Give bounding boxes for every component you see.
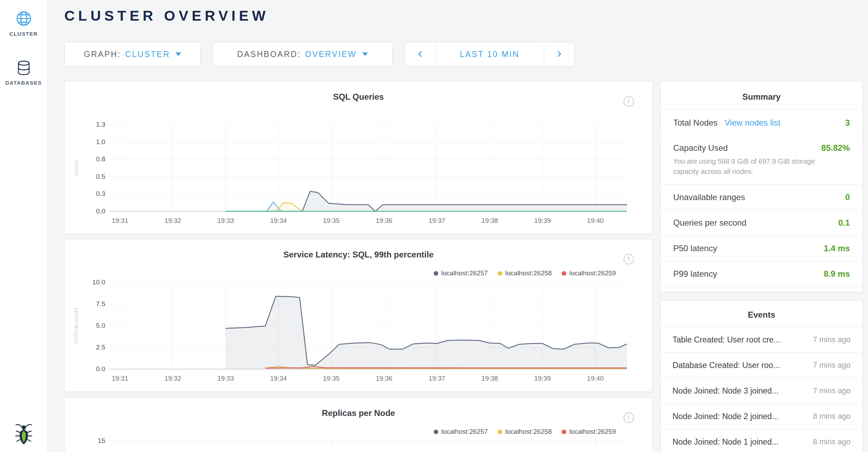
info-glyph: !	[628, 256, 629, 262]
legend-label: localhost:26258	[505, 269, 552, 277]
event-time: 7 mins ago	[807, 335, 851, 344]
time-prev-button[interactable]: ‹	[405, 42, 435, 66]
sidebar-item-label: DATABASES	[0, 80, 47, 86]
legend-item[interactable]: localhost:26258	[498, 428, 552, 436]
x-axis: 19:3119:3219:3319:3419:3519:3619:3719:38…	[109, 375, 627, 385]
summary-value: 3	[845, 118, 850, 128]
database-icon	[16, 60, 31, 76]
y-axis-label: 1.3	[96, 121, 105, 128]
summary-label: P99 latency	[673, 269, 717, 279]
sidebar-item-databases[interactable]: DATABASES	[0, 60, 47, 86]
y-axis-label: 1.0	[96, 138, 105, 146]
event-text: Database Created: User roo...	[673, 361, 780, 370]
summary-value: 8.9 ms	[824, 269, 850, 279]
sidebar-item-label: CLUSTER	[0, 31, 47, 37]
chevron-right-icon: ›	[557, 47, 562, 62]
event-time: 8 mins ago	[807, 437, 851, 446]
x-axis-label: 19:37	[429, 217, 446, 225]
legend-dot	[498, 271, 502, 276]
x-axis-label: 19:36	[376, 217, 393, 225]
chart-title: Service Latency: SQL, 99th percentile	[65, 250, 652, 260]
chevron-down-icon	[176, 52, 181, 56]
event-time: 7 mins ago	[807, 386, 851, 395]
chevron-left-icon: ‹	[418, 47, 422, 62]
legend-dot	[434, 271, 438, 276]
x-axis-label: 19:38	[482, 375, 498, 382]
dashboard-dropdown-label: DASHBOARD:	[237, 50, 301, 59]
x-axis-label: 19:31	[112, 217, 128, 225]
y-axis-label: 5.0	[96, 322, 105, 330]
chart-title: SQL Queries	[65, 92, 652, 102]
sidebar: CLUSTER DATABASES	[0, 0, 48, 452]
summary-row-p50-latency: P50 latency 1.4 ms	[661, 236, 862, 261]
y-axis-label: 0.5	[96, 173, 105, 181]
chart-canvas	[109, 280, 627, 371]
chart-legend: localhost:26257localhost:26258localhost:…	[434, 428, 616, 436]
info-icon[interactable]: !	[624, 254, 634, 264]
summary-value: 85.82%	[821, 143, 850, 153]
x-axis-label: 19:32	[164, 217, 181, 225]
page-title: CLUSTER OVERVIEW	[64, 8, 269, 24]
summary-row-total-nodes: Total Nodes View nodes list 3	[661, 110, 862, 136]
x-axis-label: 19:34	[270, 375, 287, 382]
y-axis-unit: count	[70, 122, 82, 213]
y-axis-label: 15	[98, 437, 105, 445]
legend-dot	[562, 430, 566, 434]
summary-label: Capacity Used	[673, 143, 728, 153]
event-text: Node Joined: Node 1 joined...	[673, 437, 778, 447]
info-icon[interactable]: !	[624, 96, 634, 107]
view-nodes-link[interactable]: View nodes list	[725, 118, 781, 128]
legend-label: localhost:26259	[569, 269, 616, 277]
legend-label: localhost:26259	[569, 428, 616, 436]
y-axis-label: 2.5	[96, 344, 105, 351]
event-row: Node Joined: Node 1 joined... 8 mins ago	[661, 429, 862, 452]
y-axis-label: 7.5	[96, 300, 105, 308]
event-text: Node Joined: Node 3 joined...	[673, 386, 778, 396]
sidebar-item-cluster[interactable]: CLUSTER	[0, 10, 47, 37]
chart-legend: localhost:26257localhost:26258localhost:…	[434, 269, 616, 277]
x-axis-label: 19:37	[429, 375, 446, 382]
legend-item[interactable]: localhost:26257	[434, 269, 488, 277]
legend-item[interactable]: localhost:26259	[562, 428, 616, 436]
chart-plot: 0.02.55.07.510.0 19:3119:3219:3319:3419:…	[109, 280, 627, 371]
x-axis-label: 19:33	[217, 217, 234, 225]
legend-item[interactable]: localhost:26257	[434, 428, 488, 436]
summary-value: 0	[845, 192, 850, 202]
y-axis-label: 0.3	[96, 190, 105, 198]
legend-dot	[562, 271, 566, 276]
legend-item[interactable]: localhost:26259	[562, 269, 616, 277]
time-next-button[interactable]: ›	[544, 42, 574, 66]
legend-label: localhost:26257	[441, 428, 488, 436]
x-axis-label: 19:39	[534, 217, 551, 225]
event-time: 7 mins ago	[807, 361, 851, 370]
x-axis-label: 19:32	[164, 375, 181, 382]
y-axis-label: 10.0	[92, 278, 105, 286]
summary-panel: Summary Total Nodes View nodes list 3 Ca…	[660, 81, 863, 292]
chart-card-sql-queries: SQL Queries ! 0.00.30.50.81.01.3 19:3119…	[64, 81, 653, 234]
y-axis-label: 0.8	[96, 155, 105, 163]
cockroachdb-logo[interactable]	[15, 423, 33, 446]
legend-item[interactable]: localhost:26258	[498, 269, 552, 277]
chart-plot: 15 19:3119:3219:3319:3419:3519:3619:3719…	[109, 438, 627, 452]
x-axis-label: 19:39	[534, 375, 551, 382]
event-row: Table Created: User root cre... 7 mins a…	[661, 327, 862, 353]
x-axis-label: 19:35	[323, 217, 340, 225]
chart-card-replicas-per-node: Replicas per Node ! localhost:26257local…	[64, 397, 653, 452]
time-window-label[interactable]: LAST 10 MIN	[435, 42, 544, 66]
graph-dropdown[interactable]: GRAPH: CLUSTER	[64, 42, 201, 66]
x-axis: 19:3119:3219:3319:3419:3519:3619:3719:38…	[109, 217, 627, 227]
chart-title: Replicas per Node	[65, 408, 652, 418]
event-row: Node Joined: Node 3 joined... 7 mins ago	[661, 378, 862, 404]
x-axis-label: 19:38	[482, 217, 498, 225]
summary-label: Queries per second	[673, 218, 746, 228]
y-axis-label: 0.0	[96, 207, 105, 215]
capacity-note: You are using 598.9 GiB of 697.9 GiB sto…	[673, 156, 850, 177]
legend-label: localhost:26257	[441, 269, 488, 277]
x-axis-label: 19:34	[270, 217, 287, 225]
summary-label: P50 latency	[673, 243, 717, 253]
panel-title: Events	[661, 301, 862, 327]
info-icon[interactable]: !	[624, 412, 634, 423]
summary-label: Unavailable ranges	[673, 192, 745, 202]
x-axis-label: 19:35	[323, 375, 340, 382]
dashboard-dropdown[interactable]: DASHBOARD: OVERVIEW	[213, 42, 392, 66]
